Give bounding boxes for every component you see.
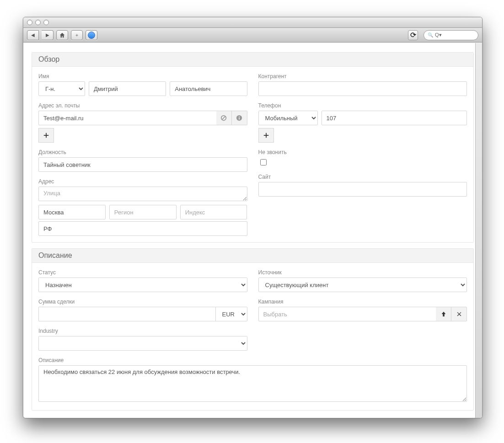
arrow-up-icon [440,311,447,317]
country-input[interactable] [38,221,247,236]
svg-line-1 [222,117,225,120]
amount-input[interactable] [38,307,215,321]
street-textarea[interactable] [38,187,247,201]
description-textarea[interactable] [38,365,467,402]
panel-description-header: Описание [32,249,473,263]
label-name: Имя [38,73,247,80]
home-icon [59,32,65,38]
label-campaign: Кампания [258,299,467,305]
email-info-button[interactable] [232,111,247,125]
page-viewport: Обзор Имя Г-н. [23,43,482,418]
browser-reload-button[interactable]: ⟳ [408,30,418,40]
panel-overview: Обзор Имя Г-н. [32,52,474,243]
add-phone-button[interactable] [258,128,274,143]
label-position: Должность [38,149,247,155]
source-select[interactable]: Существующий клиент [258,278,467,292]
site-input[interactable] [258,182,467,197]
phone-type-select[interactable]: Мобильный [258,111,318,125]
plus-icon [263,132,269,139]
campaign-clear-button[interactable] [451,307,467,321]
first-name-input[interactable] [89,81,166,96]
label-site: Сайт [258,174,467,180]
label-description: Описание [38,357,467,363]
info-icon [236,115,242,121]
zip-input[interactable] [180,205,247,219]
label-industry: Industry [38,328,247,334]
label-amount: Сумма сделки [38,299,247,305]
plus-icon [43,132,49,139]
browser-window: ◀ ▶ ＋ ⟳ Q▾ Обзор Имя [23,17,483,418]
ban-icon [220,115,227,121]
salutation-select[interactable]: Г-н. [38,81,85,96]
region-input[interactable] [109,205,177,219]
label-account: Контрагент [258,73,467,80]
traffic-close-icon[interactable] [27,20,32,25]
browser-add-tab-button[interactable]: ＋ [71,30,83,40]
browser-page-icon [86,30,97,40]
browser-toolbar: ◀ ▶ ＋ ⟳ Q▾ [23,28,482,43]
browser-back-button[interactable]: ◀ [27,30,39,40]
email-optout-button[interactable] [216,111,232,125]
browser-forward-button[interactable]: ▶ [42,30,54,40]
browser-home-button[interactable] [56,30,68,40]
label-phone: Телефон [258,102,467,109]
donotcall-checkbox[interactable] [260,159,267,165]
campaign-select-button[interactable] [436,307,451,321]
traffic-minimize-icon[interactable] [35,20,41,25]
email-input[interactable] [38,111,216,125]
panel-description: Описание Статус Назначен Сумма сделки EU… [32,248,474,411]
label-status: Статус [38,269,247,276]
label-source: Источник [258,269,467,276]
label-address: Адрес [38,178,247,185]
svg-rect-4 [239,117,240,117]
label-email: Адрес эл. почты [38,102,247,109]
position-input[interactable] [38,157,247,172]
city-input[interactable] [38,205,106,219]
industry-select[interactable] [38,336,247,351]
browser-search-field[interactable]: Q▾ [424,30,478,40]
svg-rect-3 [239,117,240,119]
add-email-button[interactable] [38,128,54,143]
close-icon [456,311,462,317]
label-donotcall: Не звонить [258,149,467,155]
last-name-input[interactable] [170,81,247,96]
traffic-zoom-icon[interactable] [43,20,49,25]
currency-select[interactable]: EUR [215,307,247,321]
account-input[interactable] [258,81,467,96]
status-select[interactable]: Назначен [38,278,247,292]
campaign-input[interactable] [258,307,436,321]
phone-number-input[interactable] [322,111,467,125]
window-titlebar [23,17,482,28]
panel-overview-header: Обзор [32,53,473,67]
